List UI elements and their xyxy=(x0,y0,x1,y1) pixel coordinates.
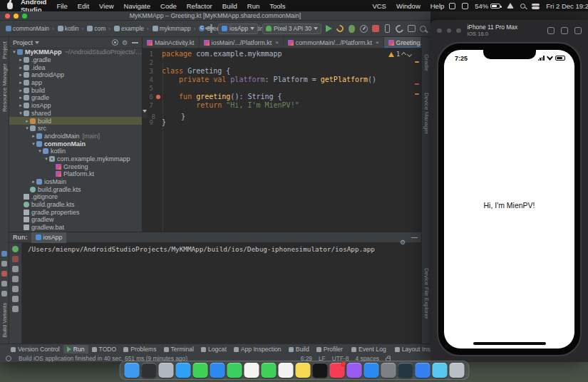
launchpad-dock-icon[interactable] xyxy=(158,363,173,378)
menubar-clock[interactable]: Fri 2 Dec 19:25 xyxy=(546,2,588,10)
menu-item[interactable]: VCS xyxy=(367,2,391,10)
method-gutter-icon[interactable] xyxy=(155,118,162,127)
tree-row[interactable]: ▾ shared xyxy=(9,110,142,118)
xcode-dock-icon[interactable] xyxy=(415,363,430,378)
clear-output-icon[interactable] xyxy=(12,306,19,312)
menu-item[interactable]: View xyxy=(94,2,118,10)
siri-dock-icon[interactable] xyxy=(141,363,156,378)
gradle-sync-icon[interactable] xyxy=(394,23,405,33)
bookmarks-icon[interactable] xyxy=(1,271,7,277)
pin-tab-icon[interactable] xyxy=(12,276,19,282)
menu-item[interactable]: Code xyxy=(155,2,182,10)
tree-row[interactable]: gradlew xyxy=(9,216,142,224)
tree-row[interactable]: ▾ MyKMMApp ~/AndroidStudioProjects/MyKMM… xyxy=(9,48,142,56)
toolwindow-button-gradle[interactable]: Gradle xyxy=(423,54,430,71)
device-select[interactable]: Pixel 3 API 30 xyxy=(262,24,321,34)
zoom-window-button[interactable] xyxy=(456,29,461,33)
method-gutter-icon[interactable] xyxy=(155,76,162,84)
editor-tab[interactable]: iosMain/.../Platform.kt xyxy=(200,37,284,48)
commit-icon[interactable] xyxy=(1,251,7,257)
tree-arrow-icon[interactable]: ▸ xyxy=(18,57,24,63)
toolwindow-bar-item[interactable]: Profiler xyxy=(313,345,346,353)
code-line[interactable]: 8 } xyxy=(143,110,147,118)
tree-row[interactable]: Platform.kt xyxy=(9,170,142,178)
spotlight-icon[interactable] xyxy=(520,4,525,9)
code-line[interactable]: 9 } xyxy=(143,118,421,127)
tree-row[interactable]: ▸ .idea xyxy=(9,63,142,71)
rerun-icon[interactable] xyxy=(12,246,19,252)
search-everywhere-icon[interactable] xyxy=(420,26,426,32)
menu-item[interactable]: Help xyxy=(425,2,450,10)
tree-arrow-icon[interactable]: ▾ xyxy=(37,148,43,154)
error-stripe-mark[interactable] xyxy=(415,83,419,85)
facetime-dock-icon[interactable] xyxy=(261,363,276,378)
breadcrumb-item[interactable]: example xyxy=(107,25,145,32)
breadcrumb-item[interactable]: mykmmapp xyxy=(145,25,192,32)
minimize-window-button[interactable] xyxy=(447,29,452,33)
tree-row[interactable]: ▸ gradle xyxy=(9,94,142,102)
tree-arrow-icon[interactable]: ▾ xyxy=(24,125,30,131)
settings-dock-icon[interactable] xyxy=(381,363,396,378)
tree-row[interactable]: gradlew.bat xyxy=(9,224,142,232)
finder-dock-icon[interactable] xyxy=(124,363,139,378)
toolwindow-bar-item[interactable]: Version Control xyxy=(7,345,63,353)
debug-button[interactable] xyxy=(349,25,355,33)
zoom-window-button[interactable] xyxy=(22,14,27,19)
toolwindow-bar-item[interactable]: Terminal xyxy=(160,345,197,353)
tree-row[interactable]: build.gradle.kts xyxy=(9,185,142,193)
scroll-up-icon[interactable] xyxy=(12,286,19,292)
tree-arrow-icon[interactable]: ▾ xyxy=(18,110,24,116)
notes-dock-icon[interactable] xyxy=(295,363,310,378)
toolwindow-button[interactable]: Resource Manager xyxy=(1,63,8,112)
next-issue-icon[interactable] xyxy=(407,51,412,56)
code-line[interactable]: 4 private val platform: Platform = getPl… xyxy=(143,76,421,84)
breadcrumb-item[interactable]: kotlin xyxy=(51,25,81,32)
simulator-titlebar[interactable]: iPhone 11 Pro Max iOS 16.0 xyxy=(430,20,588,41)
tree-arrow-icon[interactable]: ▾ xyxy=(11,49,17,55)
tree-row[interactable]: .gitignore xyxy=(9,193,142,201)
restore-layout-icon[interactable] xyxy=(12,266,19,272)
breadcrumb-item[interactable]: com xyxy=(81,25,108,32)
tree-arrow-icon[interactable]: ▸ xyxy=(31,133,36,139)
rotate-device-icon[interactable] xyxy=(547,27,555,34)
hide-panel-icon[interactable] xyxy=(132,39,138,46)
toolwindow-bar-item[interactable]: Run xyxy=(63,345,88,353)
build-hammer-icon[interactable] xyxy=(205,24,214,33)
tree-row[interactable]: Greeting xyxy=(9,162,142,170)
toolwindow-bar-item[interactable]: Problems xyxy=(120,345,160,353)
scroll-down-icon[interactable] xyxy=(12,296,19,302)
menu-item[interactable]: Edit xyxy=(73,2,94,10)
code-line[interactable]: 2 xyxy=(143,58,421,67)
tree-arrow-icon[interactable]: ▸ xyxy=(18,80,24,86)
menu-item[interactable]: Window xyxy=(391,2,425,10)
background-task-icon[interactable] xyxy=(6,356,11,361)
tree-arrow-icon[interactable]: ▸ xyxy=(18,103,24,108)
control-center-icon[interactable] xyxy=(532,3,540,9)
toolwindow-bar-item[interactable]: Event Log xyxy=(348,345,390,353)
close-window-button[interactable] xyxy=(5,14,10,19)
method-gutter-icon[interactable] xyxy=(155,93,162,101)
safari-dock-icon[interactable] xyxy=(175,363,190,378)
tree-arrow-icon[interactable]: ▸ xyxy=(18,95,24,100)
toolwindow-button[interactable]: Project xyxy=(1,41,8,59)
tree-arrow-icon[interactable]: ▸ xyxy=(18,65,24,71)
menu-item[interactable]: Run xyxy=(242,2,264,10)
minimize-panel-icon[interactable] xyxy=(411,234,418,241)
apply-changes-icon[interactable] xyxy=(335,24,345,33)
profile-button[interactable] xyxy=(360,25,368,33)
tv-dock-icon[interactable] xyxy=(312,363,327,378)
tree-arrow-icon[interactable]: ▸ xyxy=(24,118,30,124)
toolwindow-button-device-file-explorer[interactable]: Device File Explorer xyxy=(423,268,430,319)
run-console-output[interactable]: /Users/mienpv/AndroidStudioProjects/MyKM… xyxy=(22,243,421,344)
battery-status[interactable]: 54% xyxy=(475,2,500,10)
home-indicator[interactable] xyxy=(473,342,546,345)
warning-stripe-mark[interactable] xyxy=(415,61,419,63)
tree-arrow-icon[interactable]: ▾ xyxy=(31,141,36,147)
menu-item[interactable]: Navigate xyxy=(119,2,156,10)
android-studio-dock-icon[interactable] xyxy=(398,363,413,378)
appstore-dock-icon[interactable] xyxy=(363,363,378,378)
tree-arrow-icon[interactable]: ▾ xyxy=(43,156,49,162)
menu-item[interactable]: File xyxy=(51,2,72,10)
code-line[interactable]: 3 class Greeting { xyxy=(143,67,421,76)
menu-item[interactable]: Refactor xyxy=(182,2,217,10)
